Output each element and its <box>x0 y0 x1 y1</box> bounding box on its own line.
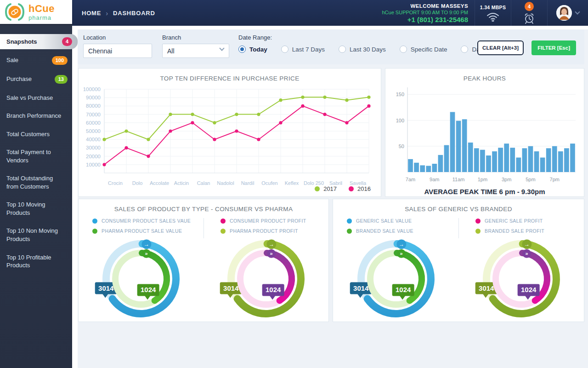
donut-legends: GENERIC SALE VALUE BRANDED SALE VALUE GE… <box>333 218 584 238</box>
svg-text:→: → <box>269 241 274 247</box>
legend-dot <box>92 229 97 234</box>
svg-text:70000: 70000 <box>86 112 101 117</box>
notifications-block[interactable]: 4 <box>511 0 547 26</box>
donut-canvas: →3014»1024 <box>347 238 445 320</box>
app-logo[interactable]: hCue pharma <box>0 0 72 24</box>
svg-text:1024: 1024 <box>141 286 156 293</box>
radio-circle <box>461 46 468 53</box>
brand-name: hCue <box>28 4 55 14</box>
legend-dot <box>347 229 352 234</box>
sidebar-item-top-10-moving-products[interactable]: Top 10 Moving Products <box>0 196 72 222</box>
line-chart-canvas: 1000020000300004000050000600007000080000… <box>79 84 374 193</box>
svg-text:3pm: 3pm <box>502 177 511 182</box>
svg-text:50000: 50000 <box>86 128 101 134</box>
notification-count-badge: 4 <box>525 2 534 11</box>
svg-text:60000: 60000 <box>86 120 101 126</box>
generic-sale-value-donut: →3014»1024 <box>333 238 458 320</box>
brand-text: hCue pharma <box>28 4 55 21</box>
svg-text:→: → <box>398 241 404 247</box>
filter-button[interactable]: FILTER [Esc] <box>531 40 576 55</box>
sidebar-item-sale[interactable]: Sale 100 <box>0 51 72 70</box>
content-top-gutter <box>72 26 588 29</box>
breadcrumb-home[interactable]: HOME <box>82 10 101 17</box>
speed-value: 1.34 MBPS <box>480 5 506 10</box>
radio-last-30-days[interactable]: Last 30 Days <box>339 46 386 53</box>
svg-text:Calan: Calan <box>197 180 210 186</box>
radio-last-7-days[interactable]: Last 7 Days <box>281 46 325 53</box>
sidebar-item-top-10-non-moving-products[interactable]: Top 10 Non Moving Products <box>0 222 72 248</box>
legend-dot-2016 <box>349 186 354 191</box>
support-hours: hCue SUPPORT 9:00 AM TO 9:00 PM <box>382 10 469 15</box>
date-range-label: Date Range: <box>238 34 519 41</box>
svg-text:1024: 1024 <box>266 286 281 293</box>
content-gutter <box>72 26 78 368</box>
branch-select[interactable]: All <box>162 44 229 58</box>
alarm-clock-icon <box>523 12 536 24</box>
sidebar-item-purchase[interactable]: Purchase 13 <box>0 70 72 89</box>
sale-count-badge: 100 <box>52 56 68 65</box>
svg-text:→: → <box>524 241 529 247</box>
profit-donut: →3014»1024 <box>204 238 328 320</box>
peak-hours-title: PEAK HOURS <box>385 75 584 82</box>
svg-text:20000: 20000 <box>86 154 101 159</box>
legend-dot <box>475 218 481 224</box>
generic-vs-branded-title: SALES OF GENERIC VS BRANDED <box>333 206 584 213</box>
network-speed-block: 1.34 MBPS <box>475 0 511 26</box>
sidebar-item-total-outstanding-from-customers[interactable]: Total Outstanding from Customers <box>0 169 72 196</box>
radio-specific-date[interactable]: Specific Date <box>400 46 447 53</box>
legend-dot <box>220 218 226 224</box>
svg-text:100000: 100000 <box>83 86 101 92</box>
svg-text:90000: 90000 <box>86 95 101 100</box>
svg-text:11am: 11am <box>452 177 465 182</box>
bar-chart-body: 501001507am9am11am1pm3pm5pm7pm <box>385 84 584 188</box>
select-chevron-icon <box>219 46 224 51</box>
svg-text:Nardil: Nardil <box>241 180 254 186</box>
wifi-icon <box>486 12 500 22</box>
svg-text:30000: 30000 <box>86 145 101 150</box>
sidebar-item-sale-vs-purchase[interactable]: Sale vs Purchase <box>0 89 72 107</box>
date-range-options: Today Last 7 Days Last 30 Days Specific … <box>238 46 519 53</box>
line-chart-body: 1000020000300004000050000600007000080000… <box>79 84 381 195</box>
breadcrumb: HOME › DASHBOARD <box>82 0 155 26</box>
svg-text:1024: 1024 <box>520 286 536 293</box>
location-label: Location <box>83 34 152 41</box>
dashboard-page: HOME › DASHBOARD WELCOME MASSEYS hCue SU… <box>0 0 588 368</box>
sidebar-item-top-10-profitable-products[interactable]: Top 10 Profitable Products <box>0 248 72 275</box>
header-right: WELCOME MASSEYS hCue SUPPORT 9:00 AM TO … <box>382 0 588 26</box>
legend-dot <box>475 229 481 234</box>
svg-text:1pm: 1pm <box>478 177 487 182</box>
radio-circle <box>400 46 407 53</box>
radio-today[interactable]: Today <box>238 46 267 53</box>
legend-dot <box>347 218 352 224</box>
svg-text:3014: 3014 <box>223 284 239 292</box>
svg-text:Keflex: Keflex <box>285 180 299 186</box>
sidebar-item-total-payment-to-vendors[interactable]: Total Payment to Vendors <box>0 143 72 169</box>
purchase-price-difference-card: TOP TEN DIFFERENCE IN PURCHASE PRICE 100… <box>78 68 381 197</box>
svg-text:→: → <box>144 241 149 247</box>
user-menu[interactable] <box>548 0 588 26</box>
svg-text:1024: 1024 <box>395 286 411 293</box>
sidebar-item-snapshots[interactable]: Snapshots 4 <box>0 34 78 49</box>
snapshots-count-badge: 4 <box>62 37 72 46</box>
consumer-vs-pharma-card: SALES OF PRODUCT BY TYPE - CONSUMER VS P… <box>78 199 329 322</box>
sidebar-menu: Snapshots 4 Sale 100 Purchase 13 Sale vs… <box>0 24 72 275</box>
chevron-down-icon <box>575 9 580 14</box>
line-chart-title: TOP TEN DIFFERENCE IN PURCHASE PRICE <box>79 75 381 82</box>
donut-row: →3014»1024 →3014»1024 <box>79 238 328 320</box>
svg-text:»: » <box>270 251 273 256</box>
welcome-block: WELCOME MASSEYS hCue SUPPORT 9:00 AM TO … <box>382 0 475 26</box>
sidebar-item-branch-performance[interactable]: Branch Performance <box>0 107 72 125</box>
location-input[interactable] <box>83 44 152 58</box>
sidebar-item-total-customers[interactable]: Total Customers <box>0 125 72 144</box>
donut-legends: CONSUMER PRODUCT SALES VAUE PHARMA PRODU… <box>79 218 328 238</box>
clear-button[interactable]: CLEAR [Alt+3] <box>477 40 524 55</box>
donut-canvas: →3014»1024 <box>92 238 190 320</box>
breadcrumb-separator-icon: › <box>106 9 108 17</box>
svg-text:Acticin: Acticin <box>174 180 189 186</box>
svg-text:»: » <box>145 251 148 256</box>
donut-row: →3014»1024 →3014»1024 <box>333 238 584 320</box>
svg-text:Ocufen: Ocufen <box>261 180 277 186</box>
svg-text:3014: 3014 <box>479 284 494 292</box>
svg-text:Nadolol: Nadolol <box>217 180 234 186</box>
support-phone[interactable]: +1 (801) 231-25468 <box>382 16 469 23</box>
